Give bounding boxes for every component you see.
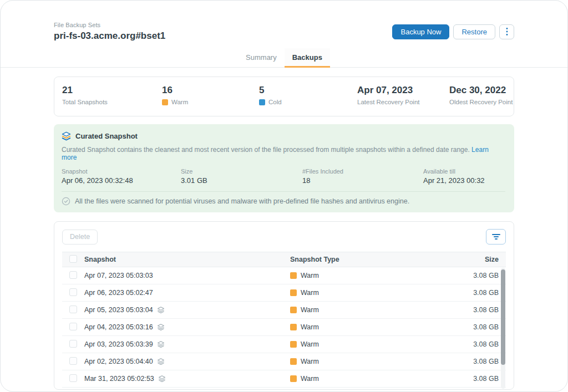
warm-swatch-icon [290, 341, 297, 348]
snapshot-type-label: Warm [301, 323, 319, 331]
detail-value: Apr 06, 2023 00:32:48 [62, 176, 181, 185]
snapshot-type-label: Warm [301, 375, 319, 383]
row-checkbox[interactable] [69, 340, 77, 348]
backup-now-button[interactable]: Backup Now [392, 24, 449, 39]
scan-note: All the files were scanned for potential… [62, 197, 505, 206]
breadcrumb: File Backup Sets [54, 22, 165, 28]
detail-value: 3.01 GB [181, 176, 302, 185]
curated-details: Snapshot Apr 06, 2023 00:32:48 Size 3.01… [62, 168, 505, 185]
delete-button[interactable]: Delete [62, 230, 98, 245]
select-all-checkbox[interactable] [69, 255, 77, 263]
restore-button[interactable]: Restore [453, 24, 495, 39]
column-header-type[interactable]: Snapshot Type [290, 256, 443, 263]
row-checkbox[interactable] [69, 271, 77, 279]
stat-item: 21 Total Snapshots [62, 85, 162, 116]
snapshot-date: Apr 07, 2023 05:03:03 [84, 272, 153, 279]
backup-set-page: File Backup Sets pri-fs-03.acme.org#bset… [0, 0, 568, 392]
curated-description: Curated Snapshot contains the cleanest a… [62, 146, 505, 161]
warm-swatch-icon [290, 307, 297, 313]
warm-swatch-icon [290, 289, 297, 296]
row-checkbox[interactable] [69, 323, 77, 330]
snapshot-size: 3.08 GB [443, 375, 506, 383]
snapshots-table-card: Delete Snapshot Snapshot Type Size Apr 0… [54, 221, 514, 390]
snapshot-size: 3.08 GB [443, 306, 506, 314]
detail-value: Apr 21, 2023 00:32 [423, 176, 505, 185]
tab-backups[interactable]: Backups [285, 48, 330, 68]
curated-layers-icon [62, 131, 71, 141]
table-row[interactable]: Apr 03, 2023 05:03:39 Warm 3.08 GB [62, 336, 506, 353]
curated-detail-item: Snapshot Apr 06, 2023 00:32:48 [62, 168, 181, 185]
scrollbar-track[interactable] [501, 268, 505, 389]
stat-label: Oldest Recovery Point [449, 99, 513, 105]
table-row[interactable]: Apr 07, 2023 05:03:03 Warm 3.08 GB [62, 267, 506, 284]
row-checkbox[interactable] [69, 288, 77, 296]
column-header-snapshot[interactable]: Snapshot [84, 256, 290, 263]
stat-value: Dec 30, 2022 [449, 85, 514, 96]
scan-note-text: All the files were scanned for potential… [75, 197, 409, 205]
warm-swatch-icon [290, 375, 297, 382]
snapshot-type-label: Warm [301, 272, 319, 279]
stat-label: Cold [268, 99, 282, 105]
snapshot-size: 3.08 GB [443, 358, 506, 365]
filter-button[interactable] [486, 229, 506, 245]
title-block: File Backup Sets pri-fs-03.acme.org#bset… [54, 22, 165, 42]
table-header: Snapshot Snapshot Type Size [62, 252, 506, 267]
column-header-size[interactable]: Size [443, 256, 506, 263]
curated-detail-item: Available till Apr 21, 2023 00:32 [423, 168, 505, 185]
scrollbar-thumb[interactable] [501, 269, 505, 365]
table-row[interactable]: Apr 05, 2023 05:03:04 Warm 3.08 GB [62, 302, 506, 319]
snapshot-type-label: Warm [301, 358, 319, 365]
detail-label: Size [181, 168, 302, 175]
stat-label: Total Snapshots [62, 99, 108, 105]
curated-detail-item: Size 3.01 GB [181, 168, 302, 185]
row-checkbox[interactable] [69, 357, 77, 365]
snapshot-date: Apr 04, 2023 05:03:16 [84, 323, 153, 331]
table-body: Apr 07, 2023 05:03:03 Warm 3.08 GB Apr 0… [62, 267, 506, 388]
header-actions: Backup Now Restore [392, 24, 514, 39]
curated-snapshot-icon [157, 306, 165, 314]
filter-icon [492, 233, 500, 240]
stat-value: 16 [162, 85, 259, 96]
row-checkbox[interactable] [69, 306, 77, 313]
stat-item: Dec 30, 2022 Oldest Recovery Point [449, 85, 514, 116]
row-checkbox[interactable] [69, 374, 77, 382]
page-header: File Backup Sets pri-fs-03.acme.org#bset… [54, 22, 514, 42]
tab-summary[interactable]: Summary [238, 48, 285, 68]
snapshot-size: 3.08 GB [443, 289, 506, 297]
curated-snapshot-icon [157, 323, 165, 331]
snapshot-type-label: Warm [301, 340, 319, 348]
snapshot-type-label: Warm [301, 306, 319, 314]
stat-swatch-icon [162, 99, 168, 105]
shield-check-icon [62, 197, 70, 206]
stat-label: Latest Recovery Point [357, 99, 420, 105]
snapshot-date: Mar 31, 2023 05:02:53 [84, 375, 154, 383]
curated-title: Curated Snapshot [75, 132, 138, 140]
table-row[interactable]: Mar 31, 2023 05:02:53 Warm 3.08 GB [62, 370, 506, 388]
warm-swatch-icon [290, 358, 297, 365]
table-row[interactable]: Apr 06, 2023 05:02:47 Warm 3.08 GB [62, 284, 506, 302]
snapshot-date: Apr 06, 2023 05:02:47 [84, 289, 153, 297]
snapshot-size: 3.08 GB [443, 323, 506, 331]
stat-value: 21 [62, 85, 162, 96]
kebab-menu-button[interactable] [499, 24, 514, 39]
stats-card: 21 Total Snapshots 16 Warm 5 Cold Apr 07… [54, 77, 514, 116]
curated-description-text: Curated Snapshot contains the cleanest a… [62, 146, 470, 154]
stat-value: Apr 07, 2023 [357, 85, 449, 96]
stat-item: Apr 07, 2023 Latest Recovery Point [357, 85, 449, 116]
detail-label: #Files Included [302, 168, 423, 175]
stat-item: 16 Warm [162, 85, 259, 116]
stat-label: Warm [171, 99, 188, 105]
detail-label: Snapshot [62, 168, 181, 175]
curated-divider [62, 191, 505, 192]
snapshots-table: Snapshot Snapshot Type Size Apr 07, 2023… [62, 252, 506, 388]
kebab-icon [506, 27, 508, 36]
warm-swatch-icon [290, 324, 297, 330]
curated-snapshot-icon [157, 340, 165, 348]
table-row[interactable]: Apr 04, 2023 05:03:16 Warm 3.08 GB [62, 319, 506, 336]
snapshot-size: 3.08 GB [443, 272, 506, 279]
snapshot-type-label: Warm [301, 289, 319, 297]
page-title: pri-fs-03.acme.org#bset1 [54, 30, 165, 42]
snapshot-date: Apr 05, 2023 05:03:04 [84, 306, 153, 314]
curated-detail-item: #Files Included 18 [302, 168, 423, 185]
table-row[interactable]: Apr 02, 2023 05:04:40 Warm 3.08 GB [62, 353, 506, 370]
